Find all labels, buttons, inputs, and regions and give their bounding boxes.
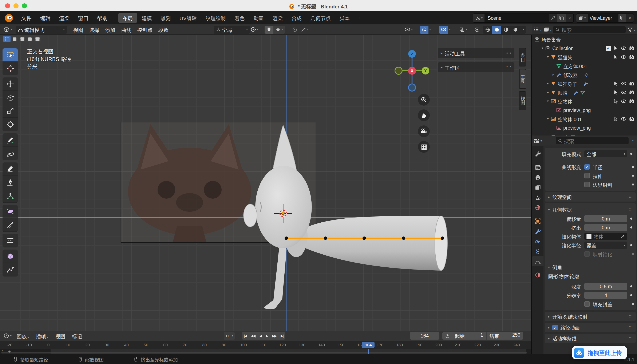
fill-caps-checkbox[interactable] (584, 301, 590, 307)
animate-dot[interactable] (632, 175, 634, 177)
select-set-button[interactable] (3, 36, 11, 42)
timeline-ruler[interactable]: -20-100102030405060708090100110120130140… (0, 341, 531, 349)
proportional-edit-toggle[interactable] (290, 26, 299, 34)
workspace-tab[interactable]: 几何节点 (306, 12, 335, 23)
prev-keyframe-button[interactable]: ◀◀ (249, 332, 257, 340)
outliner-row[interactable]: ▾Collection✓ (532, 44, 637, 52)
bounds-clamp-checkbox[interactable] (584, 182, 590, 187)
shading-material-button[interactable] (501, 26, 511, 34)
render-camera-icon[interactable] (629, 98, 634, 104)
new-scene-button[interactable] (557, 14, 566, 22)
fill-mode-dropdown[interactable]: 全部▾ (584, 150, 627, 158)
snap-settings-dropdown[interactable]: ▾ (273, 26, 285, 34)
stretch-checkbox[interactable] (584, 173, 590, 178)
viewport-menu[interactable]: 选择 (86, 24, 102, 34)
topbar-menu[interactable]: 渲染 (55, 12, 74, 24)
expander-icon[interactable]: ▸ (551, 73, 556, 76)
gizmos-toggle[interactable] (419, 26, 429, 34)
render-camera-icon[interactable] (629, 46, 634, 51)
control-point[interactable] (441, 236, 444, 240)
tool-rotate[interactable] (3, 91, 18, 104)
play-button[interactable]: ▶ (264, 332, 270, 340)
channel-expand-icon[interactable]: › (2, 348, 3, 353)
outliner-row[interactable]: 立方体.001 (532, 62, 637, 70)
editor-type-button[interactable]: ▾ (2, 26, 14, 34)
viewport-menu[interactable]: 添加 (102, 24, 118, 34)
remove-viewlayer-button[interactable]: × (626, 14, 634, 22)
path-animation-panel[interactable]: ▸ ✓ 路径动画∷∷ (545, 323, 636, 332)
tool-extrude[interactable] (3, 189, 18, 203)
outliner-row[interactable]: 场景集合 (532, 35, 637, 44)
expander-icon[interactable]: ▸ (545, 90, 551, 94)
new-viewlayer-button[interactable] (618, 14, 626, 22)
bevel-mode-button[interactable]: 圆形 (548, 273, 558, 280)
shading-dropdown[interactable]: ▾ (520, 26, 526, 34)
topbar-menu[interactable]: 编辑 (36, 12, 55, 24)
collection-checkbox[interactable]: ✓ (606, 46, 611, 51)
tool-radius[interactable] (3, 205, 18, 218)
hide-eye-icon[interactable] (621, 98, 626, 104)
expander-icon[interactable]: ▾ (540, 46, 545, 50)
properties-search-input[interactable]: 搜索 (555, 137, 629, 144)
selectable-icon[interactable] (613, 81, 618, 86)
npanel-workspace[interactable]: ▸工作区∷∷ (438, 62, 514, 72)
outliner-row[interactable]: ▸狐狸身子 (532, 79, 637, 88)
outliner-filter-dropdown[interactable]: ▾ (627, 26, 635, 32)
ortho-grid-button[interactable] (418, 141, 430, 153)
tool-move[interactable] (3, 78, 18, 91)
bevel-subpanel-header[interactable]: ▾倒角 (545, 262, 636, 272)
scene-browse-icon[interactable]: ▾ (473, 14, 484, 22)
tool-annotate[interactable] (3, 134, 18, 147)
selectable-icon[interactable] (613, 99, 618, 104)
selectable-icon[interactable] (613, 90, 618, 95)
animate-dot[interactable] (630, 294, 632, 296)
taper-radius-dropdown[interactable]: 覆盖▾ (584, 242, 627, 249)
gizmo-axis-y-neg[interactable] (395, 67, 402, 74)
hide-eye-icon[interactable] (621, 54, 626, 60)
expander-icon[interactable]: ▸ (545, 82, 551, 86)
timeline-menu-playback[interactable]: 回放▾ (13, 331, 33, 341)
auto-keying-toggle[interactable]: ○ (224, 332, 231, 340)
viewlayer-browse-icon[interactable]: ▾ (576, 14, 587, 22)
zoom-button[interactable] (418, 94, 430, 106)
radius-checkbox[interactable]: ✓ (584, 164, 590, 170)
eyedropper-icon[interactable] (620, 234, 625, 238)
select-intersect-button[interactable] (34, 36, 41, 42)
bevel-mode-button[interactable]: 轮廓 (569, 273, 579, 280)
control-point[interactable] (402, 236, 405, 240)
tool-measure[interactable] (3, 147, 18, 160)
animate-dot[interactable] (632, 166, 634, 168)
outliner-row[interactable]: preview_png (532, 106, 637, 114)
select-invert-button[interactable] (26, 36, 33, 42)
tool-cursor[interactable] (3, 62, 18, 75)
animate-dot[interactable] (630, 218, 632, 220)
auto-keying-dropdown[interactable]: ▾ (232, 334, 233, 338)
animate-dot[interactable] (632, 303, 634, 305)
properties-tab-view-layer[interactable] (532, 182, 543, 192)
outliner-row[interactable]: ▾空物体.001 (532, 114, 637, 123)
camera-view-button[interactable] (418, 126, 430, 137)
pan-button[interactable] (418, 110, 430, 121)
viewport-3d[interactable]: 正交右视图(164) NURBS 路径分米 Z X Y ▸活动工具∷∷ (0, 35, 532, 331)
hide-eye-icon[interactable] (621, 90, 626, 95)
offset-field[interactable]: 0 m (584, 215, 627, 222)
control-point[interactable] (362, 236, 366, 240)
shading-rendered-button[interactable] (511, 26, 520, 34)
npanel-active-tool[interactable]: ▸活动工具∷∷ (438, 48, 514, 58)
unlink-scene-button[interactable]: × (566, 14, 573, 22)
properties-tab-render[interactable] (532, 162, 543, 172)
animate-dot[interactable] (630, 153, 632, 155)
bevel-depth-field[interactable]: 0.5 m (584, 283, 627, 290)
properties-tab-material[interactable] (532, 270, 543, 280)
pivot-point-dropdown[interactable]: ▾ (249, 26, 260, 34)
tool-curve-pen[interactable] (3, 176, 18, 189)
animate-dot[interactable] (630, 226, 632, 228)
outliner-search-input[interactable]: 搜索 (553, 26, 626, 33)
timeline-menu-marker[interactable]: 标记 (69, 331, 85, 341)
taper-object-picker[interactable]: 物体 (584, 233, 627, 240)
expander-icon[interactable]: ▾ (545, 55, 551, 59)
hide-eye-icon[interactable] (621, 116, 626, 122)
workspace-tab[interactable]: 布局 (118, 12, 137, 23)
outliner-row[interactable]: ▾空物体 (532, 97, 637, 106)
properties-options-dropdown[interactable]: ▾ (632, 139, 634, 142)
